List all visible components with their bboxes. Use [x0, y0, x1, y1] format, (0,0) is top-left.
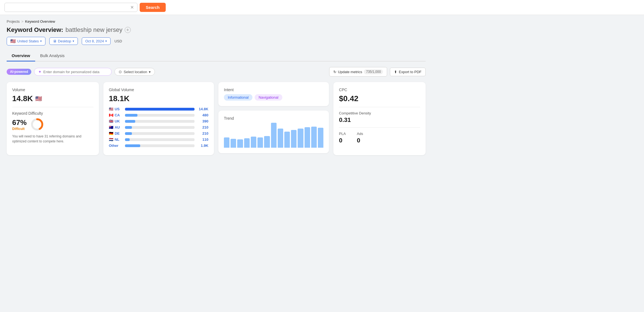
search-button[interactable]: Search — [140, 3, 166, 12]
location-icon: ⊙ — [119, 70, 122, 74]
bar-value: 210 — [197, 125, 208, 129]
volume-card: Volume 14.8K 🇺🇸 Keyword Difficulty 67% D… — [7, 82, 99, 155]
bar-track — [125, 108, 195, 111]
export-icon: ⬆ — [394, 70, 397, 74]
bar-fill — [125, 138, 130, 141]
device-chevron-icon: ▾ — [73, 39, 74, 43]
bar-track — [125, 120, 195, 123]
tab-bulk-analysis[interactable]: Bulk Analysis — [35, 50, 70, 62]
bar-track — [125, 138, 195, 141]
bar-value: 1.9K — [197, 144, 208, 148]
cpc-card: CPC $0.42 Competitive Density 0.31 PLA 0… — [333, 82, 426, 155]
date-label: Oct 8, 2024 — [85, 39, 104, 43]
trend-bar — [257, 137, 263, 148]
location-select-button[interactable]: ⊙ Select location ▾ — [114, 68, 155, 76]
search-input-wrapper: battleship new jersey ✕ — [4, 3, 137, 12]
location-label: Select location — [124, 70, 147, 74]
intent-label: Intent — [224, 88, 323, 92]
bar-value: 14.8K — [197, 107, 208, 111]
bar-fill — [125, 126, 132, 129]
breadcrumb-parent[interactable]: Projects — [7, 19, 20, 24]
ads-label: Ads — [357, 132, 363, 136]
tabs: Overview Bulk Analysis — [7, 50, 426, 62]
intent-card: Intent InformationalNavigational — [218, 82, 329, 106]
main-content: Projects > Keyword Overview Keyword Over… — [0, 15, 432, 162]
update-metrics-button[interactable]: ↻ Update metrics 735/1,000 — [329, 67, 387, 76]
intent-trend-stack: Intent InformationalNavigational Trend — [218, 82, 329, 155]
bar-fill — [125, 108, 195, 111]
trend-bar — [251, 137, 256, 148]
domain-input-wrapper[interactable]: ✦ — [34, 68, 112, 76]
bar-country: 🇨🇦CA — [109, 113, 123, 117]
device-icon: 🖥 — [53, 39, 57, 43]
kd-label: Keyword Difficulty — [12, 111, 93, 116]
tab-overview[interactable]: Overview — [7, 50, 35, 62]
cpc-value: $0.42 — [339, 94, 420, 103]
update-metrics-label: Update metrics — [338, 70, 362, 74]
search-input[interactable]: battleship new jersey — [7, 5, 128, 10]
device-filter[interactable]: 🖥 Desktop ▾ — [49, 37, 78, 45]
bar-row: Other1.9K — [109, 144, 208, 148]
page-title-row: Keyword Overview: battleship new jersey … — [7, 26, 426, 34]
sparkle-icon: ✦ — [38, 70, 42, 74]
trend-bar — [305, 127, 310, 148]
trend-bar — [291, 130, 297, 148]
cards-grid: Volume 14.8K 🇺🇸 Keyword Difficulty 67% D… — [7, 82, 426, 155]
breadcrumb-separator: > — [21, 19, 24, 24]
bar-country: 🇺🇸US — [109, 107, 123, 111]
location-chevron-icon: ▾ — [149, 70, 151, 74]
export-pdf-button[interactable]: ⬆ Export to PDF — [390, 68, 426, 76]
trend-bar — [264, 136, 270, 148]
bar-row: 🇳🇱NL110 — [109, 137, 208, 142]
ads-value: 0 — [357, 137, 363, 144]
device-label: Desktop — [58, 39, 71, 43]
bar-country: 🇳🇱NL — [109, 137, 123, 142]
date-filter[interactable]: Oct 8, 2024 ▾ — [82, 37, 111, 45]
bar-track — [125, 132, 195, 135]
global-volume-label: Global Volume — [109, 88, 208, 92]
trend-card: Trend — [218, 111, 329, 153]
search-bar: battleship new jersey ✕ Search — [0, 0, 644, 15]
bar-row: 🇩🇪DE210 — [109, 131, 208, 135]
clear-button[interactable]: ✕ — [130, 5, 134, 10]
country-flag: 🇺🇸 — [10, 39, 16, 44]
country-filter[interactable]: 🇺🇸 United States ▾ — [7, 37, 45, 45]
bar-fill — [125, 114, 137, 117]
trend-bar — [318, 128, 323, 148]
kd-value: 67% — [12, 118, 27, 127]
intent-badge-navigational: Navigational — [255, 94, 282, 101]
trend-bar — [311, 127, 317, 148]
kd-row: 67% Difficult — [12, 118, 93, 131]
global-volume-card: Global Volume 18.1K 🇺🇸US14.8K🇨🇦CA480🇬🇧UK… — [103, 82, 214, 155]
add-to-project-icon[interactable]: + — [125, 27, 131, 33]
bar-value: 480 — [197, 113, 208, 117]
pla-ads-row: PLA 0 Ads 0 — [339, 132, 420, 144]
date-chevron-icon: ▾ — [105, 39, 107, 43]
bar-value: 210 — [197, 131, 208, 135]
page-title-keyword: battleship new jersey — [65, 26, 122, 34]
bar-fill — [125, 144, 140, 147]
ai-bar: AI-powered ✦ ⊙ Select location ▾ ↻ Updat… — [7, 67, 426, 76]
global-volume-value: 18.1K — [109, 94, 208, 103]
trend-bar — [278, 129, 283, 148]
intent-badges: InformationalNavigational — [224, 94, 323, 101]
domain-input[interactable] — [43, 70, 108, 74]
kd-difficulty-label: Difficult — [12, 127, 27, 131]
export-label: Export to PDF — [399, 70, 421, 74]
page-title-prefix: Keyword Overview: — [7, 26, 63, 34]
bar-value: 390 — [197, 119, 208, 123]
breadcrumb: Projects > Keyword Overview — [7, 19, 426, 24]
intent-badge-informational: Informational — [224, 94, 252, 101]
bar-row: 🇦🇺AU210 — [109, 125, 208, 129]
trend-chart — [224, 123, 323, 148]
volume-label: Volume — [12, 88, 93, 92]
refresh-icon: ↻ — [333, 70, 336, 74]
comp-density-value: 0.31 — [339, 116, 420, 124]
trend-bar — [284, 132, 290, 148]
trend-bar — [244, 138, 250, 148]
bar-row: 🇬🇧UK390 — [109, 119, 208, 123]
volume-value: 14.8K 🇺🇸 — [12, 94, 93, 103]
bar-fill — [125, 132, 132, 135]
bar-row: 🇺🇸US14.8K — [109, 107, 208, 111]
bar-country: Other — [109, 144, 123, 148]
